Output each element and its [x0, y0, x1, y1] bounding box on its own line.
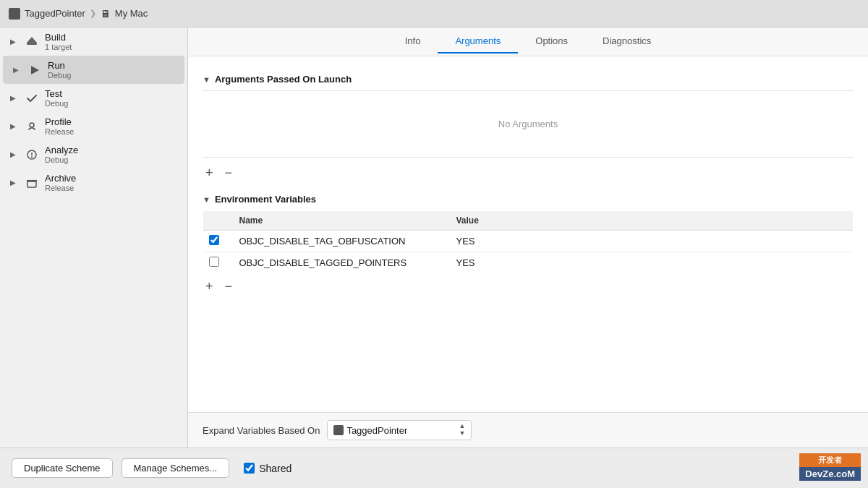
expand-test-icon[interactable]: ▶: [7, 93, 19, 104]
profile-label: Profile: [45, 116, 74, 127]
tab-diagnostics[interactable]: Diagnostics: [585, 30, 668, 53]
expand-build-icon[interactable]: ▶: [7, 36, 19, 48]
env-collapse-icon[interactable]: ▼: [203, 195, 210, 204]
footer: Duplicate Scheme Manage Schemes... Share…: [0, 448, 868, 488]
tab-arguments[interactable]: Arguments: [438, 30, 518, 53]
sidebar-item-profile[interactable]: ▶ Profile Release: [0, 112, 187, 140]
build-icon: [25, 35, 39, 49]
expand-stepper-down[interactable]: ▼: [459, 430, 465, 437]
build-sublabel: 1 target: [45, 43, 72, 51]
device-icon: 🖥: [101, 8, 111, 20]
arguments-section-header: ▼ Arguments Passed On Launch: [203, 74, 854, 85]
expand-select-container[interactable]: TaggedPointer ▲ ▼: [327, 420, 472, 440]
archive-label: Archive: [45, 173, 76, 184]
env-add-button[interactable]: +: [203, 280, 216, 293]
svg-rect-6: [27, 181, 36, 187]
analyze-sublabel: Debug: [45, 155, 78, 164]
analyze-labels: Analyze Debug: [45, 145, 78, 164]
duplicate-scheme-button[interactable]: Duplicate Scheme: [12, 458, 113, 478]
test-label: Test: [45, 88, 68, 99]
profile-icon: [25, 119, 39, 134]
expand-variables-bar: Expand Variables Based On TaggedPointer …: [188, 412, 868, 448]
svg-marker-1: [27, 37, 37, 43]
expand-archive-icon[interactable]: ▶: [7, 177, 19, 189]
expand-stepper[interactable]: ▲ ▼: [459, 423, 465, 437]
run-labels: Run Debug: [48, 60, 71, 80]
content-area: Info Arguments Options Diagnostics ▼ Arg…: [188, 27, 868, 448]
env-add-remove-bar: + −: [203, 277, 854, 301]
archive-icon: [25, 176, 39, 190]
env-col-value: Value: [449, 211, 854, 231]
env-table-row: OBJC_DISABLE_TAGGED_POINTERSYES: [203, 252, 854, 274]
breadcrumb-chevron: ❯: [90, 9, 96, 18]
title-bar: TaggedPointer ❯ 🖥 My Mac: [0, 0, 868, 27]
project-icon: [9, 8, 20, 20]
expand-variables-label: Expand Variables Based On: [203, 425, 320, 436]
sidebar-item-analyze[interactable]: ▶ Analyze Debug: [0, 140, 187, 168]
project-name: TaggedPointer: [25, 8, 85, 19]
env-row-0-checkbox[interactable]: [209, 235, 219, 245]
run-label: Run: [48, 60, 71, 71]
shared-checkbox-container: Shared: [244, 463, 292, 474]
arguments-remove-button[interactable]: −: [222, 166, 236, 179]
build-label: Build: [45, 32, 72, 43]
profile-sublabel: Release: [45, 127, 74, 136]
env-row-0-name: OBJC_DISABLE_TAG_OBFUSCATION: [232, 231, 449, 252]
expand-project-name: TaggedPointer: [346, 425, 456, 436]
build-labels: Build 1 target: [45, 32, 72, 51]
env-table-row: OBJC_DISABLE_TAG_OBFUSCATIONYES: [203, 231, 854, 252]
arguments-add-button[interactable]: +: [203, 166, 216, 179]
tab-bar: Info Arguments Options Diagnostics: [188, 27, 868, 56]
env-col-checkbox: [203, 211, 232, 231]
arguments-top-divider: [203, 90, 854, 91]
test-labels: Test Debug: [45, 88, 68, 108]
test-icon: [25, 91, 39, 106]
profile-labels: Profile Release: [45, 116, 74, 136]
svg-rect-0: [27, 43, 37, 45]
sidebar-item-test[interactable]: ▶ Test Debug: [0, 84, 187, 112]
shared-label[interactable]: Shared: [259, 463, 292, 474]
main-container: ▶ Build 1 target ▶ Run Debug ▶: [0, 27, 868, 448]
sidebar-item-build[interactable]: ▶ Build 1 target: [0, 27, 187, 56]
env-section-header: ▼ Environment Variables: [203, 194, 854, 205]
svg-marker-2: [31, 66, 39, 74]
svg-point-5: [31, 156, 33, 158]
expand-run-icon[interactable]: ▶: [10, 64, 22, 76]
env-row-1-checkbox[interactable]: [209, 257, 219, 267]
expand-analyze-icon[interactable]: ▶: [7, 149, 19, 160]
env-col-name: Name: [232, 211, 449, 231]
run-sublabel: Debug: [48, 71, 71, 80]
content-scroll: ▼ Arguments Passed On Launch No Argument…: [188, 56, 868, 412]
arguments-bottom-divider: [203, 157, 854, 158]
env-row-0-checkbox-cell: [203, 231, 232, 252]
manage-schemes-button[interactable]: Manage Schemes...: [122, 458, 230, 478]
arguments-add-remove-bar: + −: [203, 163, 854, 188]
archive-sublabel: Release: [45, 184, 76, 192]
arguments-collapse-icon[interactable]: ▼: [203, 75, 210, 84]
env-row-1-checkbox-cell: [203, 252, 232, 274]
run-icon: [27, 63, 42, 77]
shared-checkbox[interactable]: [244, 463, 255, 474]
expand-project-icon: [333, 425, 344, 435]
env-variables-table: Name Value OBJC_DISABLE_TAG_OBFUSCATIONY…: [203, 210, 854, 274]
analyze-icon: [25, 147, 39, 162]
no-arguments-text: No Arguments: [203, 97, 854, 151]
env-row-1-value: YES: [449, 252, 854, 274]
arguments-section-title: Arguments Passed On Launch: [215, 74, 352, 85]
tab-options[interactable]: Options: [518, 30, 585, 53]
env-row-0-value: YES: [449, 231, 854, 252]
expand-profile-icon[interactable]: ▶: [7, 121, 19, 132]
analyze-label: Analyze: [45, 145, 78, 155]
sidebar-item-archive[interactable]: ▶ Archive Release: [0, 168, 187, 197]
archive-labels: Archive Release: [45, 173, 76, 192]
device-name: My Mac: [115, 8, 148, 19]
sidebar-item-run[interactable]: ▶ Run Debug: [3, 56, 184, 84]
tab-info[interactable]: Info: [388, 30, 438, 53]
svg-point-3: [30, 123, 34, 127]
env-row-1-name: OBJC_DISABLE_TAGGED_POINTERS: [232, 252, 449, 274]
sidebar: ▶ Build 1 target ▶ Run Debug ▶: [0, 27, 188, 448]
test-sublabel: Debug: [45, 99, 68, 108]
env-section-title: Environment Variables: [215, 194, 316, 205]
env-remove-button[interactable]: −: [222, 280, 236, 293]
